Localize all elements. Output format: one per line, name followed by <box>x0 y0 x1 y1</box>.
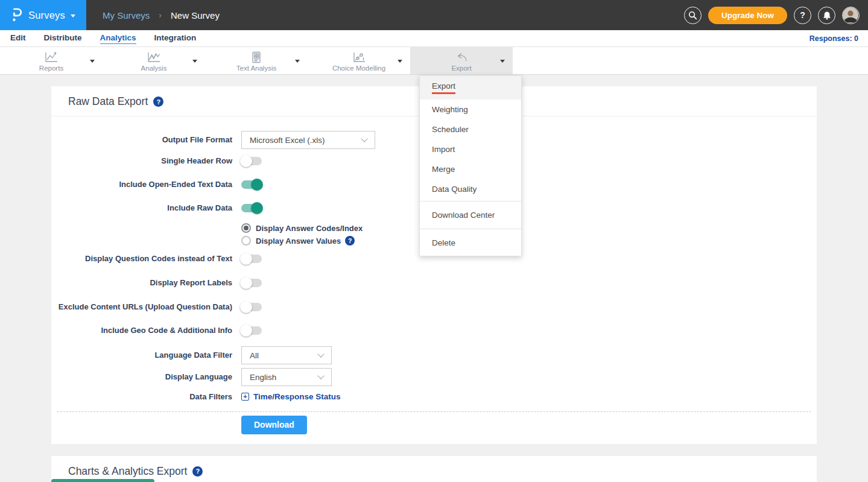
answer-codes-radio-label: Display Answer Codes/Index <box>256 224 363 233</box>
geo-code-toggle[interactable] <box>241 326 262 335</box>
answer-values-radio[interactable] <box>241 236 251 246</box>
answer-codes-radio[interactable] <box>241 223 251 233</box>
single-header-row-toggle[interactable] <box>241 157 262 165</box>
charts-analytics-export-card: Charts & Analytics Export ? <box>51 456 817 482</box>
menu-item-download-center[interactable]: Download Center <box>420 203 521 227</box>
tab-integration[interactable]: Integration <box>154 33 197 44</box>
answer-codes-radio-row: Display Answer Codes/Index <box>241 223 817 233</box>
scatter-chart-icon <box>352 51 366 63</box>
output-file-format-label: Output File Format <box>51 135 232 145</box>
display-language-row: Display Language English <box>51 368 817 386</box>
time-response-status-link[interactable]: + Time/Response Status <box>241 392 341 401</box>
menu-item-data-quality[interactable]: Data Quality <box>420 179 521 199</box>
include-raw-data-label: Include Raw Data <box>51 203 232 213</box>
menu-item-merge[interactable]: Merge <box>420 159 521 179</box>
survey-nav-tabs: Edit Distribute Analytics Integration Re… <box>0 30 868 47</box>
display-language-select[interactable]: English <box>241 368 332 386</box>
menu-item-export[interactable]: Export <box>420 76 521 100</box>
breadcrumb-my-surveys[interactable]: My Surveys <box>103 10 150 21</box>
toolbar-item-choice-modelling[interactable]: Choice Modelling <box>308 47 410 74</box>
toolbar-item-reports[interactable]: Reports <box>0 47 103 74</box>
bell-icon <box>823 11 831 20</box>
single-header-row-label: Single Header Row <box>51 156 232 166</box>
question-codes-label: Display Question Codes instead of Text <box>51 254 232 264</box>
help-icon[interactable]: ? <box>192 466 203 477</box>
include-open-ended-toggle[interactable] <box>241 180 262 189</box>
upgrade-now-button[interactable]: Upgrade Now <box>708 7 787 24</box>
breadcrumb: My Surveys › New Survey <box>103 10 220 21</box>
data-filters-label: Data Filters <box>51 392 232 402</box>
report-labels-toggle[interactable] <box>241 279 262 287</box>
top-bar: Surveys My Surveys › New Survey Upgrade … <box>0 0 868 30</box>
data-filters-row: Data Filters + Time/Response Status <box>51 392 817 402</box>
tab-distribute[interactable]: Distribute <box>44 33 82 44</box>
menu-item-weighting[interactable]: Weighting <box>420 100 521 119</box>
search-icon <box>688 11 697 20</box>
menu-item-delete[interactable]: Delete <box>420 231 521 255</box>
product-switcher[interactable]: Surveys <box>0 0 86 30</box>
chevron-down-icon <box>361 135 367 142</box>
question-codes-toggle[interactable] <box>241 255 262 263</box>
question-mark-icon: ? <box>800 10 805 20</box>
tab-edit[interactable]: Edit <box>10 33 26 44</box>
help-icon[interactable]: ? <box>345 236 355 246</box>
section-title: Charts & Analytics Export <box>68 465 187 478</box>
output-file-format-select[interactable]: Microsoft Excel (.xls) <box>241 131 375 149</box>
geo-code-row: Include Geo Code & Additional Info <box>51 325 817 337</box>
chevron-down-icon <box>71 14 75 17</box>
page-title: Raw Data Export <box>68 95 148 108</box>
exclude-urls-label: Exclude Content URLs (Upload Question Da… <box>51 302 232 312</box>
questionpro-logo-icon <box>11 7 23 23</box>
help-icon[interactable]: ? <box>153 97 163 107</box>
search-button[interactable] <box>684 7 702 24</box>
report-labels-label: Display Report Labels <box>51 278 232 288</box>
download-button[interactable]: Download <box>241 416 307 434</box>
chevron-down-icon[interactable] <box>192 60 197 63</box>
export-dropdown-menu: Export Weighting Scheduler Import Merge … <box>419 75 522 256</box>
responses-count: Responses: 0 <box>809 34 858 43</box>
document-grid-icon <box>250 51 262 63</box>
charts-analytics-export-header: Charts & Analytics Export ? <box>51 456 817 482</box>
download-row: Download <box>241 416 817 444</box>
breadcrumb-current-survey: New Survey <box>171 10 220 21</box>
include-raw-data-toggle[interactable] <box>241 204 262 212</box>
product-name: Surveys <box>28 10 65 21</box>
plus-icon: + <box>241 393 249 401</box>
chat-widget-peek[interactable] <box>51 479 154 482</box>
exclude-urls-toggle[interactable] <box>241 303 262 311</box>
line-chart-icon <box>44 51 59 63</box>
language-filter-label: Language Data Filter <box>51 350 232 360</box>
chevron-down-icon <box>317 350 324 357</box>
toolbar-item-export[interactable]: Export <box>410 47 513 74</box>
help-button[interactable]: ? <box>794 7 811 24</box>
menu-item-import[interactable]: Import <box>420 139 521 159</box>
include-open-ended-label: Include Open-Ended Text Data <box>51 180 232 189</box>
menu-item-scheduler[interactable]: Scheduler <box>420 119 521 139</box>
section-divider <box>57 411 811 412</box>
menu-divider <box>420 201 521 201</box>
chevron-down-icon[interactable] <box>500 60 505 63</box>
toolbar-item-analysis[interactable]: Analysis <box>103 47 205 74</box>
toolbar-item-text-analysis[interactable]: Text Analysis <box>205 47 308 74</box>
report-labels-row: Display Report Labels <box>51 277 817 289</box>
chevron-down-icon[interactable] <box>90 60 95 63</box>
answer-values-radio-row: Display Answer Values ? <box>241 236 817 246</box>
menu-divider <box>420 229 521 229</box>
exclude-urls-row: Exclude Content URLs (Upload Question Da… <box>51 301 817 313</box>
language-filter-select[interactable]: All <box>241 346 332 364</box>
share-arrow-icon <box>454 51 469 63</box>
answer-values-radio-label: Display Answer Values <box>256 236 341 246</box>
user-avatar[interactable] <box>842 7 860 24</box>
chevron-down-icon <box>317 372 324 379</box>
breadcrumb-separator: › <box>159 10 162 20</box>
chevron-down-icon[interactable] <box>295 60 300 63</box>
display-language-label: Display Language <box>51 372 232 382</box>
analytics-toolbar: Reports Analysis Text Analysis Choice Mo… <box>0 47 868 75</box>
geo-code-label: Include Geo Code & Additional Info <box>51 326 232 335</box>
chevron-down-icon[interactable] <box>398 60 402 63</box>
tab-analytics[interactable]: Analytics <box>100 33 136 44</box>
topbar-actions: Upgrade Now ? <box>684 0 860 30</box>
language-filter-row: Language Data Filter All <box>51 346 817 364</box>
analysis-chart-icon <box>147 51 161 63</box>
notifications-button[interactable] <box>818 7 835 24</box>
